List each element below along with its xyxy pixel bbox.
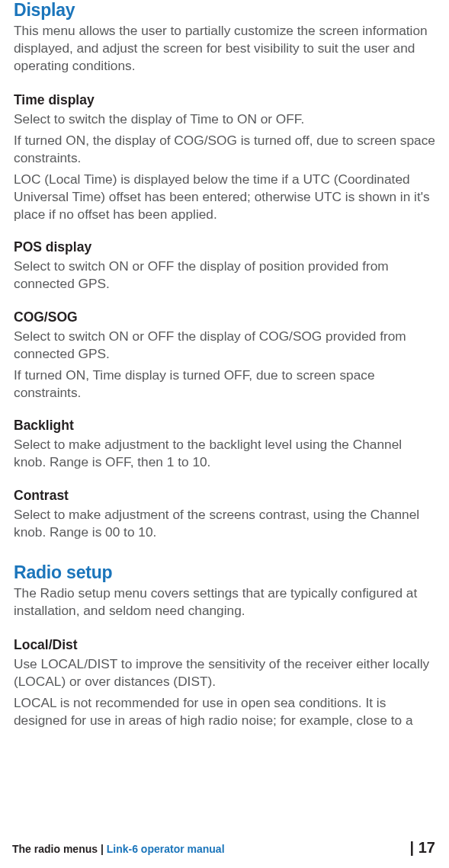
text-contrast-p1: Select to make adjustment of the screens… bbox=[14, 506, 435, 541]
text-backlight-p1: Select to make adjustment to the backlig… bbox=[14, 436, 435, 471]
footer-pipe: | bbox=[410, 839, 419, 856]
text-time-display-p3: LOC (Local Time) is displayed below the … bbox=[14, 171, 435, 223]
text-cog-sog-p1: Select to switch ON or OFF the display o… bbox=[14, 328, 435, 363]
text-cog-sog-p2: If turned ON, Time display is turned OFF… bbox=[14, 367, 435, 402]
text-pos-display-p1: Select to switch ON or OFF the display o… bbox=[14, 258, 435, 293]
text-radio-setup-intro: The Radio setup menu covers settings tha… bbox=[14, 585, 435, 620]
heading-cog-sog: COG/SOG bbox=[14, 309, 435, 325]
heading-backlight: Backlight bbox=[14, 418, 435, 434]
heading-contrast: Contrast bbox=[14, 488, 435, 504]
heading-display: Display bbox=[14, 0, 435, 21]
heading-pos-display: POS display bbox=[14, 239, 435, 255]
text-time-display-p1: Select to switch the display of Time to … bbox=[14, 111, 435, 128]
text-display-intro: This menu allows the user to partially c… bbox=[14, 22, 435, 74]
footer-left: The radio menus | Link-6 operator manual bbox=[12, 843, 225, 855]
footer-manual-name: Link-6 operator manual bbox=[107, 843, 225, 855]
heading-time-display: Time display bbox=[14, 92, 435, 108]
page-footer: The radio menus | Link-6 operator manual… bbox=[12, 839, 435, 857]
text-local-dist-p2: LOCAL is not recommended for use in open… bbox=[14, 694, 435, 729]
heading-radio-setup: Radio setup bbox=[14, 562, 435, 583]
footer-section-name: The radio menus bbox=[12, 843, 98, 855]
footer-page-number: 17 bbox=[419, 839, 435, 856]
heading-local-dist: Local/Dist bbox=[14, 637, 435, 653]
text-time-display-p2: If turned ON, the display of COG/SOG is … bbox=[14, 132, 435, 167]
footer-right: | 17 bbox=[410, 839, 435, 857]
text-local-dist-p1: Use LOCAL/DIST to improve the sensitivit… bbox=[14, 655, 435, 690]
